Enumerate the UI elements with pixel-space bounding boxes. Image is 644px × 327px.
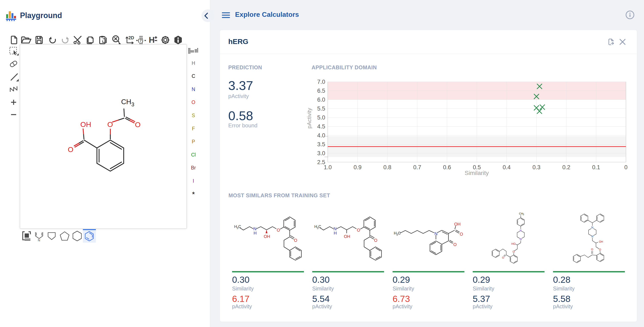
svg-text:5.0: 5.0 <box>317 114 325 121</box>
svg-text:0.7: 0.7 <box>413 164 421 170</box>
svg-text:0.3: 0.3 <box>532 164 540 170</box>
svg-text:O: O <box>513 250 515 253</box>
svg-text:N: N <box>253 226 256 231</box>
svg-text:pActivity: pActivity <box>306 108 312 129</box>
svg-text:N: N <box>591 235 593 238</box>
svg-text:C: C <box>238 224 241 229</box>
svg-text:N: N <box>334 226 336 231</box>
svg-text:2D: 2D <box>128 35 134 40</box>
svg-text:O: O <box>107 120 113 128</box>
svg-text:C: C <box>318 224 321 229</box>
svg-text:(?): (?) <box>138 38 143 43</box>
svg-text:OH: OH <box>454 222 460 226</box>
svg-text:5.5: 5.5 <box>317 106 325 112</box>
svg-text:3: 3 <box>523 213 524 216</box>
svg-text:6.5: 6.5 <box>317 88 325 94</box>
svg-text:O: O <box>502 256 504 259</box>
svg-text:H: H <box>149 36 155 44</box>
svg-text:1.0: 1.0 <box>324 164 332 170</box>
svg-text:N: N <box>434 231 438 236</box>
svg-text:0.8: 0.8 <box>384 164 392 170</box>
svg-text:N: N <box>38 238 40 242</box>
svg-text:0.2: 0.2 <box>562 164 570 170</box>
svg-text:O: O <box>277 228 280 232</box>
svg-text:OH: OH <box>264 234 270 239</box>
svg-text:OH: OH <box>344 234 350 239</box>
svg-text:6.0: 6.0 <box>317 96 325 103</box>
svg-text:0.6: 0.6 <box>443 164 451 170</box>
svg-text:3: 3 <box>131 102 134 107</box>
svg-text:0: 0 <box>624 164 628 170</box>
svg-text:0.4: 0.4 <box>503 164 511 170</box>
svg-text:H: H <box>334 231 337 235</box>
svg-text:CH: CH <box>519 212 523 215</box>
svg-text:HO: HO <box>511 242 516 245</box>
svg-text:O: O <box>68 146 73 154</box>
svg-text:3.5: 3.5 <box>317 141 325 148</box>
svg-text:N: N <box>591 226 593 229</box>
svg-text:O: O <box>294 238 297 242</box>
svg-text:4.0: 4.0 <box>317 132 325 138</box>
svg-text:O: O <box>357 228 360 232</box>
svg-text:O: O <box>460 232 463 236</box>
svg-text:O: O <box>374 238 378 242</box>
svg-text:Similarity: Similarity <box>464 170 489 176</box>
svg-text:O: O <box>591 248 593 251</box>
svg-text:OH: OH <box>80 120 91 128</box>
svg-text:O: O <box>599 248 601 251</box>
svg-text:0.1: 0.1 <box>592 164 600 170</box>
svg-text:C: C <box>398 231 401 235</box>
svg-text:OH: OH <box>599 240 603 243</box>
svg-text:N: N <box>520 229 522 232</box>
svg-text:CH: CH <box>121 98 131 106</box>
svg-text:7.0: 7.0 <box>317 79 325 85</box>
svg-text:N: N <box>520 238 522 241</box>
svg-text:H: H <box>254 231 256 235</box>
svg-text:4.5: 4.5 <box>317 123 325 130</box>
svg-text:0.9: 0.9 <box>354 164 362 170</box>
svg-text:O: O <box>453 242 457 247</box>
svg-text:O: O <box>135 120 140 129</box>
svg-text:3.0: 3.0 <box>317 150 325 156</box>
